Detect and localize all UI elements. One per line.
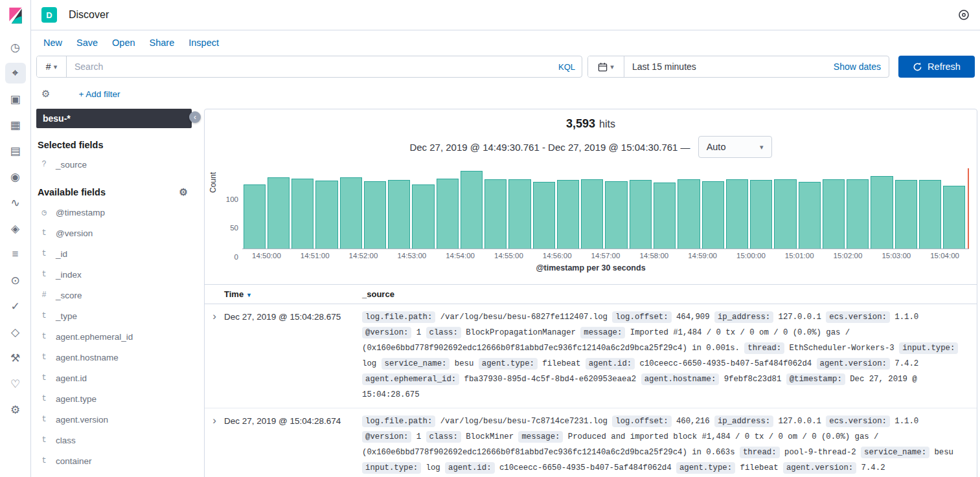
histogram-bar[interactable] [557,180,579,249]
histogram-plot [242,168,969,249]
nav-item-open[interactable]: Open [112,38,135,48]
histogram-bar[interactable] [461,171,483,249]
histogram-bar[interactable] [484,179,507,249]
field-item-_type[interactable]: t_type [36,305,192,326]
histogram-bar[interactable] [678,179,700,249]
time-range-value[interactable]: Last 15 minutes [632,61,696,72]
histogram-bar[interactable] [581,179,603,249]
histogram-bar[interactable] [654,183,676,249]
maps-icon[interactable]: ◉ [5,166,26,187]
histogram-bar[interactable] [774,179,796,249]
histogram-bar[interactable] [315,181,337,249]
nav-menu: NewSaveOpenShareInspect [31,30,980,55]
space-badge[interactable]: D [41,7,57,23]
interval-select[interactable]: Auto ▾ [698,136,772,158]
field-name-badge: thread: [744,342,784,354]
recently-viewed-icon[interactable]: ◷ [5,37,26,58]
kql-label[interactable]: KQL [558,62,575,72]
x-tick-label: 15:04:00 [930,252,959,260]
histogram-bar[interactable] [340,177,362,249]
expand-row-button[interactable]: › [205,414,224,477]
field-item-agent.hostname[interactable]: tagent.hostname [36,347,192,368]
table-row: ›Dec 27, 2019 @ 15:04:28.674log.file.pat… [205,408,977,477]
histogram-bars [242,168,966,249]
field-item-agent.version[interactable]: tagent.version [36,409,192,430]
field-type-icon: t [38,456,51,465]
field-item-@version[interactable]: t@version [36,223,192,243]
histogram-bar[interactable] [847,179,869,249]
histogram-bar[interactable] [533,182,555,249]
field-item-_source[interactable]: ?_source [36,154,192,175]
field-type-icon: t [38,353,51,362]
discover-icon[interactable]: ⌖ [5,63,26,83]
histogram-bar[interactable] [244,184,266,249]
histogram-bar[interactable] [919,180,941,249]
histogram-bar[interactable] [799,182,821,249]
field-item-agent.ephemeral_id[interactable]: tagent.ephemeral_id [36,326,192,347]
dev-tools-icon[interactable]: ⚒ [5,348,26,368]
histogram-bar[interactable] [388,180,410,249]
collapse-sidebar-button[interactable]: ‹ [189,111,201,123]
field-name-badge: agent.ephemeral_id: [362,373,459,385]
management-icon[interactable]: ⚙ [5,399,26,420]
kibana-logo[interactable] [0,0,31,30]
x-tick-label: 14:51:00 [301,252,330,260]
field-item-@timestamp[interactable]: ◷@timestamp [36,202,192,223]
histogram-bar[interactable] [508,179,530,249]
expand-row-button[interactable]: › [205,309,224,403]
canvas-icon[interactable]: ▤ [5,140,26,161]
field-item-class[interactable]: tclass [36,430,192,450]
histogram-bar[interactable] [702,181,724,249]
histogram-bar[interactable] [823,179,845,249]
field-item-_score[interactable]: #_score [36,285,192,305]
nav-item-new[interactable]: New [43,38,62,48]
search-input[interactable] [73,61,553,72]
histogram-bar[interactable] [291,179,313,249]
histogram-bar[interactable] [943,186,965,249]
metrics-icon[interactable]: ◈ [5,218,26,239]
page-title: Discover [69,9,109,21]
query-filter-dropdown[interactable]: # ▾ [37,56,67,77]
apm-icon[interactable]: ⊙ [5,270,26,291]
visualize-icon[interactable]: ▣ [5,89,26,109]
field-item-_index[interactable]: t_index [36,264,192,285]
machine-learning-icon[interactable]: ∿ [5,192,26,213]
field-name: agent.id [56,373,87,383]
show-dates-button[interactable]: Show dates [834,61,881,72]
source-column-header: _source [362,289,394,299]
dashboard-icon[interactable]: ▦ [5,115,26,135]
time-column-header[interactable]: Time▼ [224,289,362,299]
histogram-bar[interactable] [726,179,748,249]
field-name-badge: agent.type: [479,358,538,370]
stack-monitoring-icon[interactable]: ♡ [5,373,26,394]
field-type-icon: t [38,311,51,320]
field-item-agent.type[interactable]: tagent.type [36,388,192,409]
field-item-agent.id[interactable]: tagent.id [36,368,192,388]
help-icon[interactable] [958,9,970,21]
filter-settings-icon[interactable]: ⚙ [41,88,50,100]
histogram-bar[interactable] [437,179,459,249]
histogram-bar[interactable] [750,180,772,249]
add-filter-button[interactable]: + Add filter [78,89,120,99]
nav-item-share[interactable]: Share [150,38,175,48]
histogram-bar[interactable] [605,181,627,249]
uptime-icon[interactable]: ✓ [5,296,26,316]
logs-icon[interactable]: ≡ [5,244,26,265]
date-picker-button[interactable]: ▾ [588,56,624,77]
siem-icon[interactable]: ◇ [5,322,26,342]
field-type-icon: t [38,436,51,445]
histogram-bar[interactable] [895,180,917,249]
field-item-container[interactable]: tcontainer [36,450,192,471]
field-settings-icon[interactable]: ⚙ [179,186,188,198]
y-tick-label: 100 [224,195,238,203]
histogram-bar[interactable] [871,176,893,249]
histogram-bar[interactable] [364,181,386,249]
histogram-bar[interactable] [412,184,434,249]
nav-item-save[interactable]: Save [76,38,98,48]
refresh-button[interactable]: Refresh [898,56,975,78]
nav-item-inspect[interactable]: Inspect [188,38,219,48]
field-item-_id[interactable]: t_id [36,243,192,264]
histogram-bar[interactable] [268,177,290,249]
histogram-bar[interactable] [630,180,652,249]
index-pattern-selector[interactable]: besu-* [36,109,192,128]
